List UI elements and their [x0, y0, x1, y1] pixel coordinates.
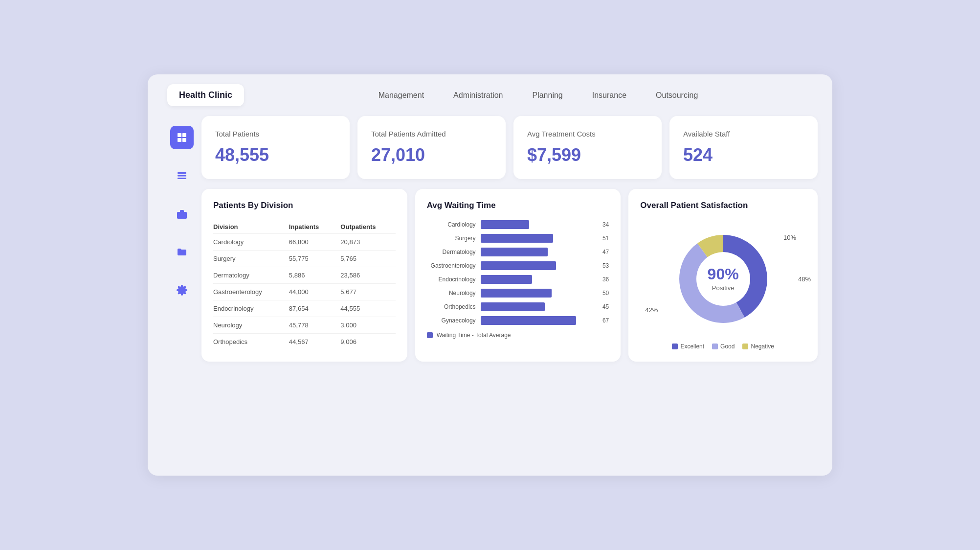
bar-value: 53 — [602, 262, 609, 269]
stats-row: Total Patients 48,555 Total Patients Adm… — [201, 116, 818, 179]
bar-value: 34 — [602, 221, 609, 228]
bar-track — [481, 234, 595, 243]
nav-outsourcing[interactable]: Outsourcing — [656, 91, 698, 100]
legend-good: Good — [712, 343, 735, 350]
table-cell: 23,586 — [336, 267, 395, 284]
bar-legend-dot — [427, 332, 433, 338]
table-cell: Dermatology — [213, 267, 285, 284]
content-area: Total Patients 48,555 Total Patients Adm… — [201, 116, 818, 362]
bar-track — [481, 261, 595, 270]
sidebar-briefcase-icon[interactable] — [170, 202, 194, 226]
nav-management[interactable]: Management — [379, 91, 424, 100]
table-cell: 66,800 — [285, 234, 337, 251]
table-cell: 44,000 — [285, 284, 337, 300]
table-row: Dermatology5,88623,586 — [213, 267, 396, 284]
stat-total-patients-label: Total Patients — [215, 130, 336, 138]
bar-row: Surgery51 — [427, 234, 609, 243]
bar-row: Gynaecology67 — [427, 316, 609, 325]
bar-track — [481, 316, 595, 325]
col-inpatients: Inpatients — [285, 220, 337, 234]
division-table-title: Patients By Division — [213, 201, 396, 210]
nav-administration[interactable]: Administration — [453, 91, 503, 100]
table-cell: Surgery — [213, 251, 285, 267]
bar-legend-label: Waiting Time - Total Average — [437, 332, 511, 339]
bar-label: Endocrinology — [427, 276, 476, 283]
legend-good-label: Good — [720, 343, 735, 350]
legend-negative: Negative — [742, 343, 774, 350]
nav-insurance[interactable]: Insurance — [592, 91, 626, 100]
donut-label-excellent: 42% — [645, 306, 658, 314]
satisfaction-title: Overall Patient Satisfaction — [640, 201, 806, 210]
bar-label: Cardiology — [427, 221, 476, 228]
col-division: Division — [213, 220, 285, 234]
table-cell: 9,006 — [336, 334, 395, 350]
bar-label: Neurology — [427, 290, 476, 297]
stat-treatment-costs: Avg Treatment Costs $7,599 — [513, 116, 662, 179]
logo[interactable]: Health Clinic — [167, 84, 244, 106]
donut-sub: Positive — [712, 284, 735, 292]
bar-fill — [481, 248, 548, 256]
svg-rect-3 — [182, 138, 186, 142]
bar-track — [481, 302, 595, 311]
table-row: Endocrinology87,65444,555 — [213, 300, 396, 317]
charts-row: Patients By Division Division Inpatients… — [201, 189, 818, 362]
legend-good-box — [712, 344, 718, 349]
bar-value: 45 — [602, 303, 609, 310]
division-table-card: Patients By Division Division Inpatients… — [201, 189, 407, 362]
table-cell: 5,765 — [336, 251, 395, 267]
bar-row: Neurology50 — [427, 289, 609, 298]
bar-value: 47 — [602, 249, 609, 255]
svg-rect-2 — [178, 138, 181, 142]
donut-center: 90% Positive — [708, 265, 739, 292]
table-row: Cardiology66,80020,873 — [213, 234, 396, 251]
donut-label-good: 48% — [798, 275, 811, 282]
table-cell: 5,677 — [336, 284, 395, 300]
bar-row: Endocrinology36 — [427, 275, 609, 284]
stat-admitted-label: Total Patients Admitted — [371, 130, 492, 138]
legend-negative-box — [742, 344, 748, 349]
table-cell: Endocrinology — [213, 300, 285, 317]
svg-rect-7 — [177, 212, 187, 219]
bar-value: 50 — [602, 290, 609, 297]
nav-items: Management Administration Planning Insur… — [264, 91, 813, 100]
sidebar-list-icon[interactable] — [170, 164, 194, 187]
legend-excellent-box — [672, 344, 678, 349]
table-cell: 20,873 — [336, 234, 395, 251]
svg-rect-4 — [178, 172, 186, 174]
bar-fill — [481, 261, 557, 270]
bar-chart-area: Cardiology34Surgery51Dermatology47Gastro… — [427, 220, 609, 325]
waiting-time-card: Avg Waiting Time Cardiology34Surgery51De… — [415, 189, 621, 362]
legend-negative-label: Negative — [751, 343, 774, 350]
main-content: Total Patients 48,555 Total Patients Adm… — [148, 116, 832, 376]
bar-value: 67 — [602, 317, 609, 324]
svg-rect-1 — [182, 133, 186, 137]
division-table: Division Inpatients Outpatients Cardiolo… — [213, 220, 396, 350]
bar-fill — [481, 316, 576, 325]
bar-value: 36 — [602, 276, 609, 283]
table-cell: 5,886 — [285, 267, 337, 284]
bar-value: 51 — [602, 235, 609, 242]
bar-row: Cardiology34 — [427, 220, 609, 229]
table-row: Gastroenterology44,0005,677 — [213, 284, 396, 300]
stat-available-staff-label: Available Staff — [683, 130, 804, 138]
stat-total-patients-value: 48,555 — [215, 145, 336, 165]
sidebar-folder-icon[interactable] — [170, 240, 194, 264]
sidebar-dashboard-icon[interactable] — [170, 126, 194, 149]
legend-excellent: Excellent — [672, 343, 704, 350]
navigation: Health Clinic Management Administration … — [148, 74, 832, 116]
dashboard: Health Clinic Management Administration … — [148, 74, 832, 476]
table-cell: 44,555 — [336, 300, 395, 317]
nav-planning[interactable]: Planning — [532, 91, 562, 100]
stat-available-staff: Available Staff 524 — [669, 116, 818, 179]
bar-row: Dermatology47 — [427, 248, 609, 256]
legend-excellent-label: Excellent — [680, 343, 704, 350]
stat-available-staff-value: 524 — [683, 145, 804, 165]
table-cell: Neurology — [213, 317, 285, 334]
svg-rect-5 — [178, 175, 186, 177]
sidebar-settings-icon[interactable] — [170, 278, 194, 302]
svg-rect-6 — [178, 178, 186, 179]
table-row: Orthopedics44,5679,006 — [213, 334, 396, 350]
bar-label: Dermatology — [427, 249, 476, 255]
table-cell: Gastroenterology — [213, 284, 285, 300]
bar-track — [481, 220, 595, 229]
